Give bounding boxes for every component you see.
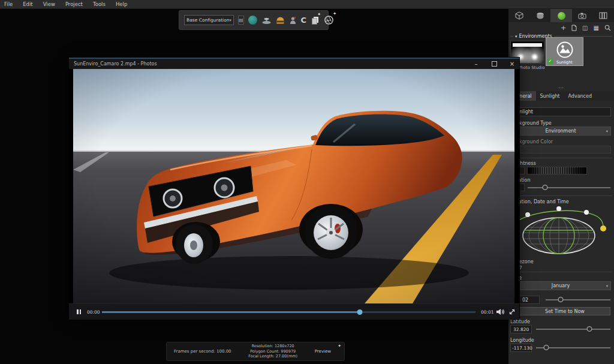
longitude-label: Longitude xyxy=(510,338,534,343)
visualize-app: File Edit View Project Tools Help Base C… xyxy=(0,0,614,364)
pause-button[interactable] xyxy=(77,309,81,314)
maximize-button[interactable] xyxy=(489,59,499,69)
panel-splitter-handle[interactable]: ⋯ xyxy=(508,85,614,91)
preview-sphere-icon xyxy=(248,16,257,25)
thumbnail-label: Sunlight xyxy=(546,60,583,65)
latitude-label: Latitude xyxy=(510,319,530,324)
close-icon: × xyxy=(510,61,514,67)
elapsed-time: 00:00 xyxy=(87,309,100,315)
tab-sunlight[interactable]: Sunlight xyxy=(536,91,564,101)
slider-knob[interactable] xyxy=(587,326,592,332)
helmet-button[interactable] xyxy=(276,14,285,26)
photos-window: SunEnviro_Camaro 2.mp4 - Photos – × xyxy=(69,58,519,318)
fullscreen-button[interactable] xyxy=(508,308,516,315)
tab-environments[interactable] xyxy=(550,9,571,22)
render-sphere-button[interactable] xyxy=(248,14,257,26)
turntable-button[interactable] xyxy=(261,14,272,26)
slider-knob[interactable] xyxy=(542,185,547,190)
search-icon[interactable] xyxy=(604,25,611,31)
configuration-select[interactable]: Base Configuration ▾ xyxy=(184,15,234,25)
refresh-button[interactable]: C xyxy=(301,14,307,26)
slider-track[interactable] xyxy=(528,187,610,188)
render-status-bar: Frames per second: 100.00 Resolution: 12… xyxy=(166,342,345,361)
menu-tools[interactable]: Tools xyxy=(93,1,106,7)
focal-length-readout: Focal Length: 27.00(mm) xyxy=(237,354,309,359)
seek-handle[interactable] xyxy=(357,309,362,315)
slider-track[interactable] xyxy=(546,299,610,300)
seek-bar[interactable] xyxy=(102,311,475,313)
tab-advanced[interactable]: Advanced xyxy=(564,91,596,101)
character-icon xyxy=(289,16,297,25)
sun-keyframe-dot[interactable] xyxy=(525,212,530,217)
divider xyxy=(554,36,612,37)
minimize-button[interactable]: – xyxy=(471,59,481,69)
appearance-icon xyxy=(536,12,544,20)
video-frame[interactable] xyxy=(73,69,514,303)
character-button[interactable] xyxy=(289,14,297,26)
configuration-value: Base Configuration xyxy=(186,17,230,23)
menu-project[interactable]: Project xyxy=(65,1,83,7)
minimize-icon: – xyxy=(475,61,478,67)
sun-keyframe-dot[interactable] xyxy=(556,206,561,211)
slider-track[interactable] xyxy=(536,329,610,330)
menu-view[interactable]: View xyxy=(43,1,55,7)
environment-sphere-icon xyxy=(558,12,565,20)
environment-tools: + ◫ ▦ xyxy=(561,24,611,32)
cube-icon xyxy=(515,11,523,20)
thumbnail-caption: Photo Studio xyxy=(518,65,545,70)
day-slider[interactable] xyxy=(546,296,610,303)
tab-appearances[interactable] xyxy=(529,9,550,22)
longitude-field[interactable]: -117.130 xyxy=(510,344,532,352)
tab-cameras[interactable] xyxy=(572,9,593,22)
grid-view-button[interactable]: ▦ xyxy=(594,25,599,31)
palette-tabstrip xyxy=(508,9,614,22)
polygon-count-readout: Polygon Count: 990979 xyxy=(237,349,309,354)
configuration-manager-button[interactable]: ▤ xyxy=(238,16,244,25)
slider-knob[interactable] xyxy=(558,297,563,302)
split-view-button[interactable]: ◫ xyxy=(582,25,588,31)
latitude-slider[interactable] xyxy=(536,325,610,333)
month-select[interactable]: January ▾ xyxy=(510,281,611,290)
background-type-select[interactable]: Environment ▾ xyxy=(510,127,611,136)
shutter-icon xyxy=(324,15,334,25)
add-environment-button[interactable]: + xyxy=(561,25,566,31)
tab-media[interactable] xyxy=(593,9,614,22)
sparkle-icon: ✦ xyxy=(333,11,336,16)
close-button[interactable]: × xyxy=(507,59,517,69)
environment-name-field[interactable]: Sunlight xyxy=(510,107,611,116)
background-color-swatch[interactable] xyxy=(510,146,611,154)
import-icon[interactable] xyxy=(571,25,577,31)
sparkle-icon: ✦ xyxy=(317,12,321,17)
sun-position-globe[interactable] xyxy=(508,204,614,256)
set-time-to-now-button[interactable]: Set Time to Now xyxy=(519,307,610,315)
timezone-value: 7 xyxy=(519,265,522,270)
slider-knob[interactable] xyxy=(544,345,549,350)
menu-file[interactable]: File xyxy=(4,1,13,7)
chevron-down-icon: ▾ xyxy=(230,18,232,23)
month-value: January xyxy=(552,283,570,288)
snapshot-button[interactable]: ✦ xyxy=(311,14,320,26)
volume-button[interactable] xyxy=(496,308,505,315)
chevron-down-icon: ▾ xyxy=(606,129,608,134)
divider xyxy=(510,195,612,196)
image-icon xyxy=(556,41,574,59)
sun-position-dot[interactable] xyxy=(600,225,606,231)
divider xyxy=(510,36,513,37)
helmet-icon xyxy=(276,16,285,25)
menu-edit[interactable]: Edit xyxy=(23,1,32,7)
window-title: SunEnviro_Camaro 2.mp4 - Photos xyxy=(74,61,157,67)
brightness-gradient-slider[interactable] xyxy=(527,167,587,175)
menu-help[interactable]: Help xyxy=(116,1,127,7)
latitude-field[interactable]: 32.820 xyxy=(510,325,532,333)
rotation-slider[interactable] xyxy=(528,183,610,191)
maximize-icon xyxy=(492,61,497,67)
collapse-caret-icon: ▾ xyxy=(515,34,517,39)
day-field[interactable]: 02 xyxy=(519,296,540,304)
sun-keyframe-dot[interactable] xyxy=(584,210,589,215)
thumbnail-sunlight[interactable]: ✓ Sunlight xyxy=(546,37,583,66)
render-output-button[interactable]: ✦ xyxy=(324,14,334,26)
longitude-slider[interactable] xyxy=(536,344,610,351)
tab-models[interactable] xyxy=(508,9,529,22)
list-icon: ▤ xyxy=(239,17,243,23)
window-titlebar[interactable]: SunEnviro_Camaro 2.mp4 - Photos xyxy=(69,59,519,69)
